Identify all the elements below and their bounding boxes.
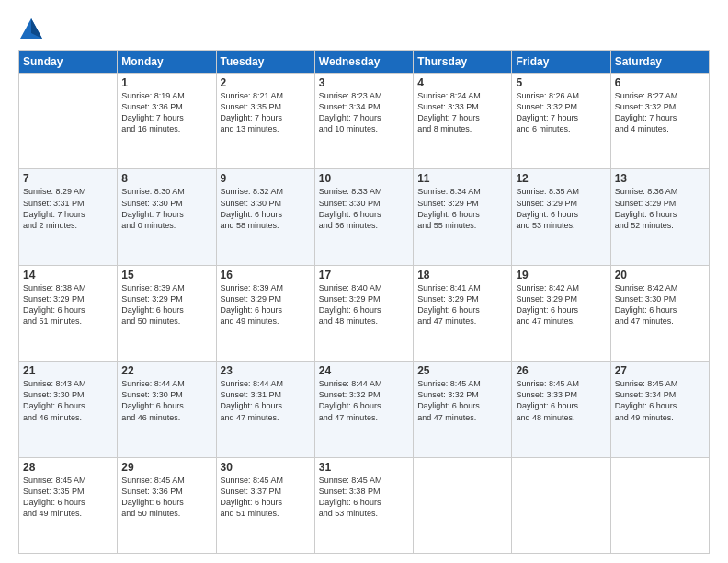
day-number: 3	[319, 76, 409, 89]
day-info: Sunrise: 8:43 AM Sunset: 3:30 PM Dayligh…	[23, 378, 113, 423]
day-info: Sunrise: 8:35 AM Sunset: 3:29 PM Dayligh…	[516, 186, 606, 231]
calendar-cell	[512, 457, 610, 553]
calendar-cell: 12Sunrise: 8:35 AM Sunset: 3:29 PM Dayli…	[512, 169, 610, 265]
calendar-cell: 18Sunrise: 8:41 AM Sunset: 3:29 PM Dayli…	[414, 265, 512, 361]
calendar-header-row: SundayMondayTuesdayWednesdayThursdayFrid…	[19, 51, 710, 74]
day-info: Sunrise: 8:42 AM Sunset: 3:29 PM Dayligh…	[516, 282, 606, 327]
calendar-cell: 29Sunrise: 8:45 AM Sunset: 3:36 PM Dayli…	[118, 457, 216, 553]
day-number: 15	[121, 269, 211, 282]
col-header-friday: Friday	[512, 51, 610, 74]
calendar-cell: 17Sunrise: 8:40 AM Sunset: 3:29 PM Dayli…	[314, 265, 413, 361]
logo	[18, 17, 48, 42]
calendar-cell: 9Sunrise: 8:32 AM Sunset: 3:30 PM Daylig…	[216, 169, 314, 265]
day-info: Sunrise: 8:21 AM Sunset: 3:35 PM Dayligh…	[221, 90, 311, 135]
calendar-cell	[414, 457, 512, 553]
day-number: 19	[516, 269, 606, 282]
day-number: 27	[615, 364, 705, 377]
day-number: 7	[23, 172, 113, 185]
day-info: Sunrise: 8:23 AM Sunset: 3:34 PM Dayligh…	[319, 90, 409, 135]
day-number: 10	[319, 172, 409, 185]
day-info: Sunrise: 8:44 AM Sunset: 3:32 PM Dayligh…	[319, 378, 409, 423]
day-info: Sunrise: 8:45 AM Sunset: 3:38 PM Dayligh…	[319, 475, 409, 520]
calendar-cell: 13Sunrise: 8:36 AM Sunset: 3:29 PM Dayli…	[610, 169, 709, 265]
day-info: Sunrise: 8:44 AM Sunset: 3:30 PM Dayligh…	[121, 378, 211, 423]
day-info: Sunrise: 8:26 AM Sunset: 3:32 PM Dayligh…	[516, 90, 606, 135]
day-info: Sunrise: 8:27 AM Sunset: 3:32 PM Dayligh…	[615, 90, 705, 135]
day-info: Sunrise: 8:40 AM Sunset: 3:29 PM Dayligh…	[319, 282, 409, 327]
day-info: Sunrise: 8:45 AM Sunset: 3:36 PM Dayligh…	[121, 475, 211, 520]
day-info: Sunrise: 8:32 AM Sunset: 3:30 PM Dayligh…	[221, 186, 311, 231]
col-header-tuesday: Tuesday	[216, 51, 314, 74]
day-number: 4	[417, 76, 507, 89]
calendar-cell: 27Sunrise: 8:45 AM Sunset: 3:34 PM Dayli…	[610, 362, 709, 457]
day-number: 31	[319, 461, 409, 474]
day-number: 26	[516, 364, 606, 377]
day-info: Sunrise: 8:24 AM Sunset: 3:33 PM Dayligh…	[417, 90, 507, 135]
col-header-monday: Monday	[118, 51, 216, 74]
day-number: 25	[417, 364, 507, 377]
day-number: 2	[221, 76, 311, 89]
calendar-cell: 16Sunrise: 8:39 AM Sunset: 3:29 PM Dayli…	[216, 265, 314, 361]
header	[18, 17, 710, 42]
day-number: 17	[319, 269, 409, 282]
calendar-cell: 31Sunrise: 8:45 AM Sunset: 3:38 PM Dayli…	[314, 457, 413, 553]
day-number: 29	[121, 461, 211, 474]
day-info: Sunrise: 8:39 AM Sunset: 3:29 PM Dayligh…	[121, 282, 211, 327]
calendar-cell: 11Sunrise: 8:34 AM Sunset: 3:29 PM Dayli…	[414, 169, 512, 265]
day-number: 9	[221, 172, 311, 185]
page: SundayMondayTuesdayWednesdayThursdayFrid…	[0, 0, 728, 563]
day-number: 12	[516, 172, 606, 185]
col-header-thursday: Thursday	[414, 51, 512, 74]
day-info: Sunrise: 8:41 AM Sunset: 3:29 PM Dayligh…	[417, 282, 507, 327]
day-number: 23	[221, 364, 311, 377]
week-row-0: 1Sunrise: 8:19 AM Sunset: 3:36 PM Daylig…	[19, 74, 710, 169]
day-number: 16	[221, 269, 311, 282]
day-info: Sunrise: 8:45 AM Sunset: 3:35 PM Dayligh…	[23, 475, 113, 520]
day-info: Sunrise: 8:45 AM Sunset: 3:34 PM Dayligh…	[615, 378, 705, 423]
calendar-cell: 3Sunrise: 8:23 AM Sunset: 3:34 PM Daylig…	[314, 74, 413, 169]
day-info: Sunrise: 8:45 AM Sunset: 3:37 PM Dayligh…	[221, 475, 311, 520]
day-number: 13	[615, 172, 705, 185]
day-info: Sunrise: 8:29 AM Sunset: 3:31 PM Dayligh…	[23, 186, 113, 231]
calendar-cell: 2Sunrise: 8:21 AM Sunset: 3:35 PM Daylig…	[216, 74, 314, 169]
day-number: 1	[121, 76, 211, 89]
day-number: 24	[319, 364, 409, 377]
col-header-sunday: Sunday	[19, 51, 118, 74]
calendar-cell: 20Sunrise: 8:42 AM Sunset: 3:30 PM Dayli…	[610, 265, 709, 361]
calendar-cell: 6Sunrise: 8:27 AM Sunset: 3:32 PM Daylig…	[610, 74, 709, 169]
calendar-cell: 21Sunrise: 8:43 AM Sunset: 3:30 PM Dayli…	[19, 362, 118, 457]
day-info: Sunrise: 8:45 AM Sunset: 3:33 PM Dayligh…	[516, 378, 606, 423]
calendar-cell: 28Sunrise: 8:45 AM Sunset: 3:35 PM Dayli…	[19, 457, 118, 553]
day-info: Sunrise: 8:36 AM Sunset: 3:29 PM Dayligh…	[615, 186, 705, 231]
calendar-cell	[610, 457, 709, 553]
calendar-cell: 1Sunrise: 8:19 AM Sunset: 3:36 PM Daylig…	[118, 74, 216, 169]
calendar-cell: 23Sunrise: 8:44 AM Sunset: 3:31 PM Dayli…	[216, 362, 314, 457]
day-number: 6	[615, 76, 705, 89]
calendar-cell: 24Sunrise: 8:44 AM Sunset: 3:32 PM Dayli…	[314, 362, 413, 457]
day-number: 11	[417, 172, 507, 185]
col-header-saturday: Saturday	[610, 51, 709, 74]
day-number: 30	[221, 461, 311, 474]
day-number: 8	[121, 172, 211, 185]
week-row-4: 28Sunrise: 8:45 AM Sunset: 3:35 PM Dayli…	[19, 457, 710, 553]
week-row-1: 7Sunrise: 8:29 AM Sunset: 3:31 PM Daylig…	[19, 169, 710, 265]
day-number: 18	[417, 269, 507, 282]
week-row-3: 21Sunrise: 8:43 AM Sunset: 3:30 PM Dayli…	[19, 362, 710, 457]
day-info: Sunrise: 8:34 AM Sunset: 3:29 PM Dayligh…	[417, 186, 507, 231]
day-info: Sunrise: 8:39 AM Sunset: 3:29 PM Dayligh…	[221, 282, 311, 327]
calendar-cell: 10Sunrise: 8:33 AM Sunset: 3:30 PM Dayli…	[314, 169, 413, 265]
day-number: 14	[23, 269, 113, 282]
calendar-cell: 26Sunrise: 8:45 AM Sunset: 3:33 PM Dayli…	[512, 362, 610, 457]
calendar-cell: 4Sunrise: 8:24 AM Sunset: 3:33 PM Daylig…	[414, 74, 512, 169]
day-info: Sunrise: 8:44 AM Sunset: 3:31 PM Dayligh…	[221, 378, 311, 423]
col-header-wednesday: Wednesday	[314, 51, 413, 74]
day-number: 5	[516, 76, 606, 89]
calendar-cell: 8Sunrise: 8:30 AM Sunset: 3:30 PM Daylig…	[118, 169, 216, 265]
day-info: Sunrise: 8:38 AM Sunset: 3:29 PM Dayligh…	[23, 282, 113, 327]
calendar: SundayMondayTuesdayWednesdayThursdayFrid…	[18, 50, 710, 554]
day-info: Sunrise: 8:33 AM Sunset: 3:30 PM Dayligh…	[319, 186, 409, 231]
day-info: Sunrise: 8:42 AM Sunset: 3:30 PM Dayligh…	[615, 282, 705, 327]
week-row-2: 14Sunrise: 8:38 AM Sunset: 3:29 PM Dayli…	[19, 265, 710, 361]
day-info: Sunrise: 8:30 AM Sunset: 3:30 PM Dayligh…	[121, 186, 211, 231]
day-info: Sunrise: 8:19 AM Sunset: 3:36 PM Dayligh…	[121, 90, 211, 135]
